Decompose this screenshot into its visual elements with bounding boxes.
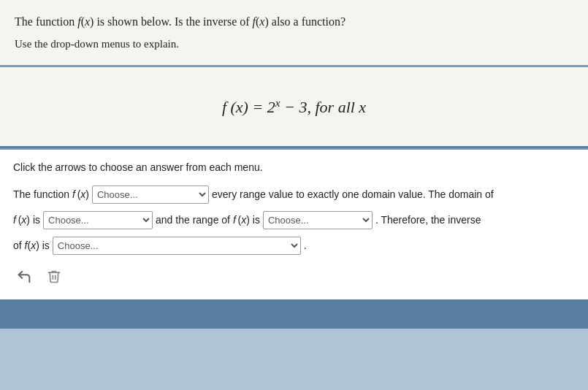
top-section: The function f(x) is shown below. Is the…	[0, 0, 588, 67]
row-2: f (x) is Choose... all real numbers x > …	[13, 209, 575, 232]
row2-end-text: . Therefore, the inverse	[375, 209, 481, 232]
row3-prefix-text: of f(x) is	[13, 234, 50, 257]
row-1: The function f (x) Choose... maps does n…	[13, 183, 575, 206]
formula-area: f (x) = 2x − 3, for all x	[0, 67, 588, 146]
question-text: The function f(x) is shown below. Is the…	[15, 13, 573, 31]
action-buttons	[13, 266, 575, 288]
row2-prefix-text: f (x) is	[13, 209, 40, 232]
use-instruction-text: Use the drop-down menus to explain.	[15, 38, 573, 50]
row-3: of f(x) is Choose... a function not a fu…	[13, 234, 575, 257]
click-instruction: Click the arrows to choose an answer fro…	[13, 161, 575, 173]
dropdown-4[interactable]: Choose... a function not a function also…	[53, 237, 301, 255]
dropdown-2[interactable]: Choose... all real numbers x > 0 x ≥ 0 x…	[43, 211, 153, 229]
row2-middle-text: and the range of f (x) is	[156, 209, 260, 232]
row1-suffix-text: every range value to exactly one domain …	[212, 183, 494, 206]
bottom-bar	[0, 299, 588, 329]
undo-icon	[16, 269, 32, 285]
row3-period: .	[304, 234, 307, 257]
undo-button[interactable]	[13, 266, 35, 288]
dropdown-3[interactable]: Choose... all real numbers y > 0 y ≥ 0 y…	[263, 211, 373, 229]
dropdown-1[interactable]: Choose... maps does not map	[92, 186, 209, 204]
bottom-section: Click the arrows to choose an answer fro…	[0, 148, 588, 299]
trash-icon	[47, 269, 61, 285]
delete-button[interactable]	[44, 266, 64, 288]
formula-display: f (x) = 2x − 3, for all x	[222, 96, 366, 117]
answer-rows: The function f (x) Choose... maps does n…	[13, 183, 575, 256]
row1-prefix-text: The function f (x)	[13, 183, 89, 206]
